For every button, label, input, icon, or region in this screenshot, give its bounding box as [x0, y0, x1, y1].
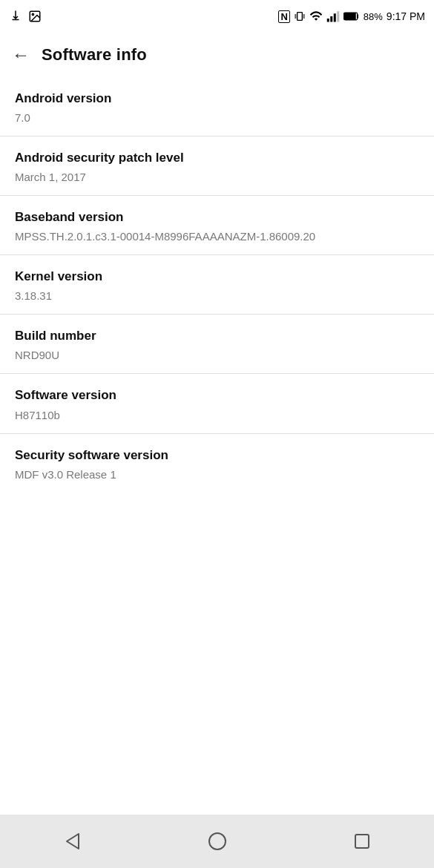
nav-home-button[interactable]	[195, 819, 240, 864]
svg-rect-12	[337, 11, 339, 22]
kernel-version-label: Kernel version	[15, 269, 419, 285]
nav-recents-button[interactable]	[340, 819, 384, 864]
kernel-version-item: Kernel version 3.18.31	[0, 255, 434, 315]
wifi-icon	[309, 10, 323, 23]
software-version-item: Software version H87110b	[0, 374, 434, 433]
build-number-value: NRD90U	[15, 347, 419, 363]
baseband-version-item: Baseband version MPSS.TH.2.0.1.c3.1-0001…	[0, 196, 434, 255]
software-version-value: H87110b	[15, 407, 419, 423]
android-version-label: Android version	[15, 91, 419, 107]
security-software-version-value: MDF v3.0 Release 1	[15, 467, 419, 482]
svg-rect-11	[334, 13, 336, 22]
software-info-list: Android version 7.0 Android security pat…	[0, 77, 434, 815]
app-bar: ← Software info	[0, 33, 434, 77]
baseband-version-value: MPSS.TH.2.0.1.c3.1-00014-M8996FAAAANAZM-…	[15, 228, 419, 244]
signal-icon	[326, 10, 340, 23]
android-version-value: 7.0	[15, 110, 419, 125]
nav-bar	[0, 815, 434, 868]
android-version-item: Android version 7.0	[0, 77, 434, 137]
nfc-icon: N	[278, 10, 289, 23]
nav-back-icon	[62, 831, 83, 852]
battery-percentage: 88%	[364, 11, 383, 22]
status-bar: N 88%	[0, 0, 434, 33]
nav-recents-icon	[353, 832, 371, 850]
security-software-version-label: Security software version	[15, 447, 419, 464]
svg-marker-15	[67, 834, 79, 849]
svg-rect-9	[327, 19, 329, 22]
nav-home-icon	[207, 831, 228, 852]
svg-rect-10	[330, 16, 332, 22]
svg-point-1	[32, 13, 33, 15]
time-display: 9:17 PM	[387, 10, 425, 22]
image-icon	[28, 10, 42, 23]
status-bar-left-icons	[9, 10, 42, 23]
usb-icon	[9, 10, 22, 23]
build-number-item: Build number NRD90U	[0, 315, 434, 374]
security-patch-label: Android security patch level	[15, 150, 419, 166]
vibrate-icon	[294, 10, 306, 22]
security-patch-value: March 1, 2017	[15, 169, 419, 185]
kernel-version-value: 3.18.31	[15, 288, 419, 303]
baseband-version-label: Baseband version	[15, 209, 419, 226]
svg-rect-17	[355, 835, 369, 848]
page-title: Software info	[42, 45, 147, 65]
security-software-version-item: Security software version MDF v3.0 Relea…	[0, 434, 434, 493]
build-number-label: Build number	[15, 328, 419, 344]
battery-icon	[343, 11, 360, 22]
svg-rect-2	[297, 13, 302, 21]
status-bar-right-icons: N 88%	[278, 10, 425, 23]
nav-back-button[interactable]	[50, 819, 95, 864]
software-version-label: Software version	[15, 387, 419, 404]
security-patch-item: Android security patch level March 1, 20…	[0, 137, 434, 196]
svg-point-16	[209, 833, 226, 849]
back-button[interactable]: ←	[12, 46, 30, 64]
svg-rect-14	[344, 13, 355, 20]
